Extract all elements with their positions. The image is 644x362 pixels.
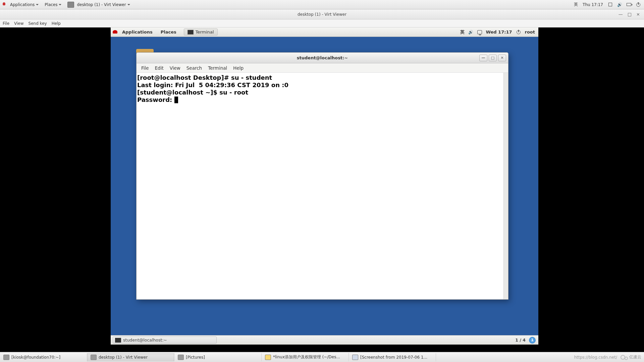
taskbar-item-label: desktop (1) - Virt Viewer bbox=[99, 355, 148, 360]
virt-viewer-titlebar[interactable]: desktop (1) - Virt Viewer — □ × bbox=[0, 9, 644, 19]
window-icon bbox=[91, 355, 97, 360]
window-title: desktop (1) - Virt Viewer bbox=[298, 9, 346, 19]
host-taskbar-item[interactable]: *linux添加用户及权限管理 (~/Des... bbox=[262, 353, 349, 361]
terminal-window: student@localhost:~ — □ ✕ File Edit View… bbox=[136, 52, 508, 300]
guest-viewport: Applications Places Terminal 英 Wed 17:17… bbox=[0, 27, 644, 352]
chevron-down-icon bbox=[59, 4, 61, 5]
terminal-titlebar[interactable]: student@localhost:~ — □ ✕ bbox=[137, 53, 508, 63]
host-top-panel: Applications Places desktop (1) - Virt V… bbox=[0, 0, 644, 9]
menu-view[interactable]: View bbox=[170, 65, 180, 71]
battery-icon[interactable] bbox=[627, 2, 631, 7]
volume-icon[interactable] bbox=[469, 30, 473, 35]
minimize-button[interactable]: — bbox=[619, 12, 623, 17]
power-icon[interactable] bbox=[516, 30, 521, 35]
guest-clock[interactable]: Wed 17:17 bbox=[486, 29, 512, 35]
window-icon bbox=[67, 2, 74, 8]
terminal-title: student@localhost:~ bbox=[297, 55, 348, 60]
host-taskbar-item[interactable]: [kiosk@foundation70:~] bbox=[0, 353, 87, 361]
menu-view[interactable]: View bbox=[14, 21, 23, 26]
guest-taskbar-item-terminal[interactable]: student@localhost:~ bbox=[113, 337, 217, 344]
menu-help[interactable]: Help bbox=[52, 21, 61, 26]
virt-viewer-menubar: File View Send key Help bbox=[0, 19, 644, 27]
input-method-indicator[interactable]: 英 bbox=[574, 2, 578, 7]
guest-user-label[interactable]: root bbox=[525, 29, 535, 35]
terminal-scrollbar[interactable] bbox=[503, 73, 508, 299]
host-task-virtviewer[interactable]: desktop (1) - Virt Viewer bbox=[65, 0, 132, 9]
guest-applications-menu[interactable]: Applications bbox=[119, 28, 156, 36]
guest-places-menu[interactable]: Places bbox=[157, 28, 180, 36]
redhat-icon bbox=[113, 29, 117, 35]
taskbar-item-label: [Screenshot from 2019-07-06 1... bbox=[360, 355, 427, 360]
maximize-button[interactable]: □ bbox=[628, 12, 632, 17]
display-icon[interactable] bbox=[477, 30, 482, 35]
host-taskbar-item[interactable]: [Pictures] bbox=[174, 353, 262, 361]
terminal-icon bbox=[3, 355, 9, 360]
menu-label: Places bbox=[45, 2, 57, 7]
host-applications-menu[interactable]: Applications bbox=[7, 1, 41, 8]
brand-icon bbox=[625, 357, 628, 360]
workspace-indicator[interactable]: 1 / 4 bbox=[515, 338, 526, 343]
terminal-icon bbox=[115, 338, 121, 343]
close-button[interactable]: × bbox=[636, 12, 640, 17]
guest-top-panel: Applications Places Terminal 英 Wed 17:17… bbox=[111, 27, 538, 37]
menu-help[interactable]: Help bbox=[233, 65, 244, 71]
terminal-menubar: File Edit View Search Terminal Help bbox=[137, 63, 508, 73]
chevron-down-icon bbox=[36, 4, 39, 5]
folder-icon bbox=[178, 355, 184, 360]
host-clock[interactable]: Thu 17:17 bbox=[583, 2, 603, 7]
volume-icon[interactable] bbox=[617, 2, 622, 7]
task-label: desktop (1) - Virt Viewer bbox=[77, 2, 126, 7]
editor-icon bbox=[265, 355, 271, 360]
minimize-button[interactable]: — bbox=[479, 55, 487, 61]
chevron-down-icon bbox=[127, 4, 130, 5]
host-taskbar-item[interactable]: [Screenshot from 2019-07-06 1... bbox=[349, 353, 436, 361]
brand-badge: 亿速云 bbox=[621, 354, 641, 360]
host-taskbar-item[interactable]: desktop (1) - Virt Viewer bbox=[87, 353, 174, 361]
workspace-badge[interactable]: 1 bbox=[529, 337, 536, 344]
terminal-icon bbox=[187, 30, 194, 35]
guest-desktop[interactable]: Applications Places Terminal 英 Wed 17:17… bbox=[111, 27, 538, 345]
virt-viewer-window: desktop (1) - Virt Viewer — □ × File Vie… bbox=[0, 9, 644, 352]
terminal-body[interactable]: [root@localhost Desktop]# su - student L… bbox=[137, 73, 508, 299]
menu-label: Applications bbox=[10, 2, 35, 7]
host-bottom-taskbar: [kiosk@foundation70:~] desktop (1) - Vir… bbox=[0, 352, 644, 362]
input-method-indicator[interactable]: 英 bbox=[460, 29, 465, 35]
taskbar-item-label: *linux添加用户及权限管理 (~/Des... bbox=[273, 354, 340, 360]
menu-search[interactable]: Search bbox=[186, 65, 202, 71]
terminal-output[interactable]: [root@localhost Desktop]# su - student L… bbox=[137, 73, 503, 299]
menu-sendkey[interactable]: Send key bbox=[29, 21, 47, 26]
menu-file[interactable]: File bbox=[3, 21, 9, 26]
image-viewer-icon bbox=[352, 355, 358, 360]
taskbar-item-label: [kiosk@foundation70:~] bbox=[11, 355, 60, 360]
cursor-icon bbox=[174, 97, 178, 103]
guest-task-terminal[interactable]: Terminal bbox=[184, 28, 218, 36]
guest-bottom-taskbar: student@localhost:~ 1 / 4 1 bbox=[111, 335, 538, 345]
menu-file[interactable]: File bbox=[141, 65, 149, 71]
power-icon[interactable] bbox=[636, 2, 641, 7]
a11y-icon[interactable] bbox=[608, 2, 612, 7]
menu-edit[interactable]: Edit bbox=[155, 65, 164, 71]
menu-terminal[interactable]: Terminal bbox=[208, 65, 227, 71]
taskbar-item-label: student@localhost:~ bbox=[123, 338, 167, 343]
close-button[interactable]: ✕ bbox=[498, 55, 506, 61]
gnome-foot-icon bbox=[2, 2, 7, 7]
host-places-menu[interactable]: Places bbox=[42, 1, 64, 8]
watermark-text: https://blog.csdn.net/ bbox=[574, 355, 617, 360]
task-label: Terminal bbox=[196, 29, 214, 35]
maximize-button[interactable]: □ bbox=[489, 55, 497, 61]
taskbar-item-label: [Pictures] bbox=[186, 355, 205, 360]
